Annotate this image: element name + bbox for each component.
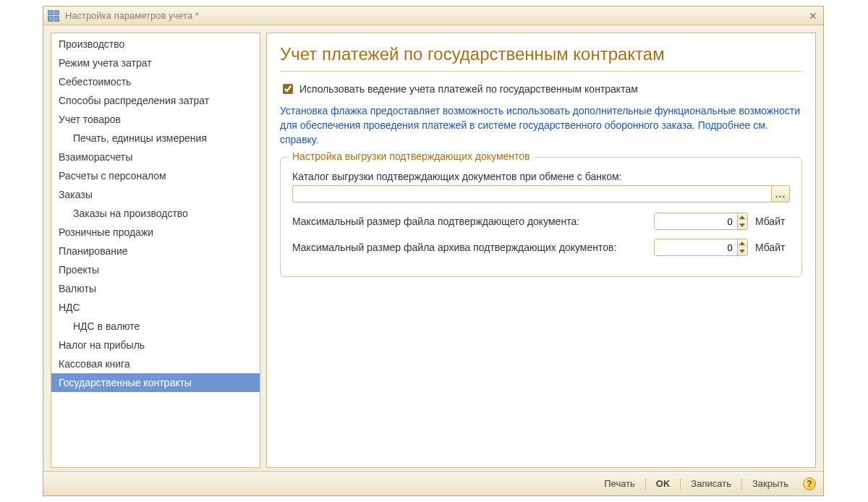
sidebar: ПроизводствоРежим учета затратСебестоимо… xyxy=(51,33,260,468)
sidebar-item[interactable]: Планирование xyxy=(51,242,260,260)
ok-button[interactable]: OK xyxy=(653,477,673,490)
use-gov-contracts-row: Использовать ведение учета платежей по г… xyxy=(280,82,802,96)
hint-text: Установка флажка предоставляет возможнос… xyxy=(280,103,801,147)
settings-window: Настройка параметров учета * ✕ Производс… xyxy=(43,6,824,496)
footer: Печать OK Записать Закрыть ? xyxy=(43,471,823,495)
file-max-label: Максимальный размер файла подтверждающег… xyxy=(292,216,647,227)
close-button[interactable]: Закрыть xyxy=(749,477,791,490)
sidebar-item[interactable]: Заказы на производство xyxy=(51,204,260,223)
window-title: Настройка параметров учета * xyxy=(62,10,807,21)
write-button[interactable]: Записать xyxy=(688,477,734,490)
file-max-up-icon[interactable] xyxy=(738,213,747,221)
sidebar-item[interactable]: НДС в валюте xyxy=(51,317,260,336)
archive-max-input[interactable] xyxy=(655,239,737,255)
print-button[interactable]: Печать xyxy=(601,477,638,490)
sidebar-item[interactable]: НДС xyxy=(51,298,260,317)
sidebar-item[interactable]: Валюты xyxy=(51,279,260,298)
use-gov-contracts-label: Использовать ведение учета платежей по г… xyxy=(299,83,638,95)
sidebar-item[interactable]: Розничные продажи xyxy=(51,223,260,242)
archive-max-up-icon[interactable] xyxy=(738,239,747,247)
sidebar-item[interactable]: Учет товаров xyxy=(51,110,260,129)
archive-max-label: Максимальный размер файла архива подтвер… xyxy=(292,242,647,253)
file-max-unit: Мбайт xyxy=(755,216,790,227)
sidebar-item[interactable]: Способы распределения затрат xyxy=(51,91,260,110)
export-path-label: Каталог выгрузки подтверждающих документ… xyxy=(292,171,790,182)
sidebar-item[interactable]: Проекты xyxy=(51,260,260,279)
page-title: Учет платежей по государственным контрак… xyxy=(280,43,802,65)
archive-max-down-icon[interactable] xyxy=(738,247,747,255)
file-max-down-icon[interactable] xyxy=(738,221,747,229)
file-max-input[interactable] xyxy=(655,213,737,229)
sidebar-item[interactable]: Заказы xyxy=(51,185,260,204)
export-path-input[interactable] xyxy=(292,185,771,203)
separator xyxy=(680,478,681,490)
group-legend: Настройка выгрузки подтверждающих докуме… xyxy=(288,150,535,162)
sidebar-item[interactable]: Расчеты с персоналом xyxy=(51,166,260,185)
sidebar-item[interactable]: Производство xyxy=(51,35,260,54)
sidebar-item[interactable]: Печать, единицы измерения xyxy=(51,129,260,148)
sidebar-item[interactable]: Государственные контракты xyxy=(51,373,260,392)
divider xyxy=(280,71,802,72)
use-gov-contracts-checkbox[interactable] xyxy=(283,84,293,94)
titlebar: Настройка параметров учета * ✕ xyxy=(43,7,823,25)
app-icon xyxy=(48,10,59,22)
sidebar-item[interactable]: Режим учета затрат xyxy=(51,54,260,72)
help-icon[interactable]: ? xyxy=(803,477,816,490)
sidebar-item[interactable]: Взаиморасчеты xyxy=(51,148,260,166)
export-settings-group: Настройка выгрузки подтверждающих докуме… xyxy=(280,157,802,277)
sidebar-item[interactable]: Себестоимость xyxy=(51,72,260,91)
separator xyxy=(741,478,742,490)
archive-max-unit: Мбайт xyxy=(755,242,790,253)
file-max-spinner xyxy=(654,213,748,230)
sidebar-item[interactable]: Налог на прибыль xyxy=(51,336,260,354)
browse-button[interactable]: ... xyxy=(771,185,790,203)
content-panel: Учет платежей по государственным контрак… xyxy=(266,33,816,468)
close-icon[interactable]: ✕ xyxy=(807,10,819,22)
sidebar-item[interactable]: Кассовая книга xyxy=(51,354,260,373)
archive-max-spinner xyxy=(654,239,748,256)
separator xyxy=(645,478,646,490)
